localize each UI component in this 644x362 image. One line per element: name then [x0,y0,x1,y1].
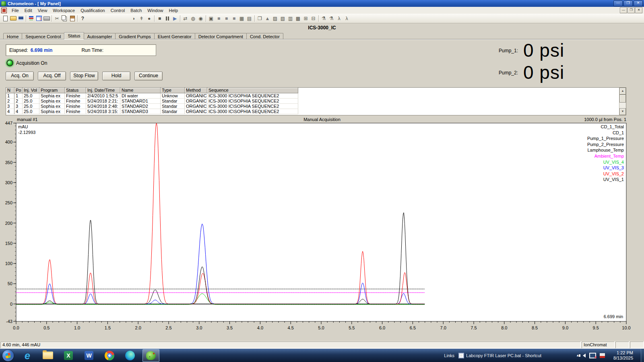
scroll-down-icon[interactable]: ▼ [619,108,626,115]
taskbar-word-icon[interactable]: W [81,350,97,362]
legend-UV_VIS_4[interactable]: UV_VIS_4 [603,160,624,165]
flask-icon-2[interactable]: ⚗ [328,15,335,22]
show-desktop-button[interactable] [641,349,644,362]
browser-icon[interactable] [27,15,35,22]
tab-autosampler[interactable]: Autosampler [84,33,116,39]
table-row[interactable]: 2225.0Sophia exFinishe5/24/2018 2:21:STA… [6,99,298,104]
record-icon[interactable]: ● [145,15,153,22]
taskbar-chromeleon-icon[interactable] [142,349,159,362]
chromatogram-icon[interactable]: ▲ [264,15,271,22]
acq-off-button[interactable]: Acq. Off [38,72,66,80]
taskbar-edge-icon[interactable] [122,350,138,362]
save-icon[interactable] [17,15,25,22]
legend-Lamphouse_Temp[interactable]: Lamphouse_Temp [587,148,624,152]
menu-file[interactable]: File [9,8,22,13]
taskbar-excel-icon[interactable]: X [60,350,76,362]
column-header-sequence[interactable]: Sequence [207,88,298,93]
table-scrollbar[interactable]: ▲ ▼ [619,88,626,115]
tab-detector-compartment[interactable]: Detector Compartment [195,33,247,39]
lambda-icon-1[interactable]: λ [335,15,343,22]
start-icon[interactable]: ▶ [171,15,179,22]
legend-Pump_1_Pressure[interactable]: Pump_1_Pressure [587,136,624,141]
plot-style-icon-4[interactable]: ▩ [294,15,302,22]
paste-icon[interactable] [68,15,76,22]
mdi-restore-button[interactable]: ❐ [627,7,635,13]
new-window-icon[interactable]: ❐ [256,15,264,22]
column-header-inj-vol[interactable]: Inj. Vol [23,88,39,93]
taskbar-explorer-icon[interactable] [40,350,56,362]
table-row[interactable]: 4425.0Sophia exFinishe5/24/2018 3:15:STA… [6,109,298,114]
panel-blank-icon-1[interactable]: ■ [215,15,223,22]
maximize-button[interactable]: ❐ [623,0,633,6]
tab-sequence-control[interactable]: Sequence Control [22,33,64,39]
menu-control[interactable]: Control [108,8,128,13]
menu-window[interactable]: Window [144,8,166,13]
close-button[interactable]: ✕ [634,0,643,6]
links-toolbar-label[interactable]: Links [444,353,454,358]
shortcut-label[interactable]: Labcopy FTIR Laser PC.bat - Shortcut [466,353,541,358]
tab-cond-detector[interactable]: Cond. Detector [246,33,283,39]
stop-flow-button[interactable]: Stop Flow [70,72,98,80]
panel-blank-icon-2[interactable]: ■ [223,15,230,22]
tab-eluent-generator[interactable]: Eluent Generator [154,33,195,39]
acq-on-button[interactable]: Acq. On [6,72,34,80]
new-document-icon[interactable] [2,15,9,22]
smart-startup-icon[interactable]: ◉ [197,15,204,22]
tab-gradient-pumps[interactable]: Gradient Pumps [115,33,154,39]
plot-area[interactable] [16,123,626,321]
scroll-up-icon[interactable]: ▲ [619,88,626,95]
scroll-thumb[interactable] [619,95,626,103]
taskbar-chrome-icon[interactable] [101,350,118,362]
tab-home[interactable]: Home [3,33,22,39]
column-header-method[interactable]: Method [185,88,207,93]
legend-UV_VIS_3[interactable]: UV_VIS_3 [603,165,624,170]
menu-workspace[interactable]: Workspace [50,8,78,13]
mdi-close-button[interactable]: ✕ [635,7,642,13]
menu-qualification[interactable]: Qualification [78,8,108,13]
cut-icon[interactable]: ✂ [53,15,61,22]
tab-status[interactable]: Status [64,32,84,39]
action-center-icon[interactable] [600,353,605,358]
continue-button[interactable]: Continue [134,72,163,80]
network-icon[interactable] [589,353,596,358]
flask-icon-1[interactable]: ⚗ [320,15,328,22]
plot-style-icon-2[interactable]: ▧ [279,15,287,22]
context-help-icon[interactable]: ? [79,15,87,22]
grid-icon[interactable]: ⊞ [302,15,310,22]
column-header-po[interactable]: Po [14,88,23,93]
lambda-icon-2[interactable]: λ [343,15,351,22]
taskbar-ie-icon[interactable]: e [19,350,35,362]
column-header-program[interactable]: Program [39,88,65,93]
menu-edit[interactable]: Edit [22,8,35,13]
start-button[interactable] [2,350,14,361]
legend-Pump_2_Pressure[interactable]: Pump_2_Pressure [587,142,624,147]
column-header-name[interactable]: Name [120,88,161,93]
mdi-minimize-button[interactable]: — [620,7,627,13]
legend-CD_1_Total[interactable]: CD_1_Total [601,124,624,129]
plot-style-icon-1[interactable]: ▨ [271,15,279,22]
legend-Ambient_Temp[interactable]: Ambient_Temp [594,154,624,158]
column-header-type[interactable]: Type [161,88,185,93]
report-designer-icon[interactable] [35,15,43,22]
menu-help[interactable]: Help [166,8,181,13]
column-header-status[interactable]: Status [65,88,86,93]
column-header-inj-date-time[interactable]: Inj. Date/Time [86,88,120,93]
legend-UV_VIS_1[interactable]: UV_VIS_1 [603,177,624,182]
panel-blank-icon-3[interactable]: ■ [230,15,238,22]
table-row[interactable]: 3325.0Sophia exFinishe5/24/2018 2:48:STA… [6,104,298,109]
prime-pump-icon[interactable]: ◗ [130,15,138,22]
audit-table-icon[interactable]: ▦ [238,15,246,22]
trend-plot-icon[interactable]: ▣ [207,15,215,22]
hold-button[interactable]: Hold [102,72,130,80]
taskbar-clock[interactable]: 1:22 PM 8/13/2025 [613,350,633,361]
chromatogram[interactable]: 447400350300250200150100500-430.00.51.01… [0,117,644,341]
print-icon[interactable] [43,15,50,22]
volume-icon[interactable] [583,354,586,358]
legend-UV_VIS_2[interactable]: UV_VIS_2 [603,171,624,176]
open-icon[interactable] [9,15,17,22]
menu-view[interactable]: View [35,8,50,13]
plot-style-icon-3[interactable]: ▥ [287,15,294,22]
picture-icon[interactable]: ▤ [246,15,253,22]
inject-icon[interactable]: ǂ [138,15,145,22]
legend-CD_1[interactable]: CD_1 [613,130,624,135]
